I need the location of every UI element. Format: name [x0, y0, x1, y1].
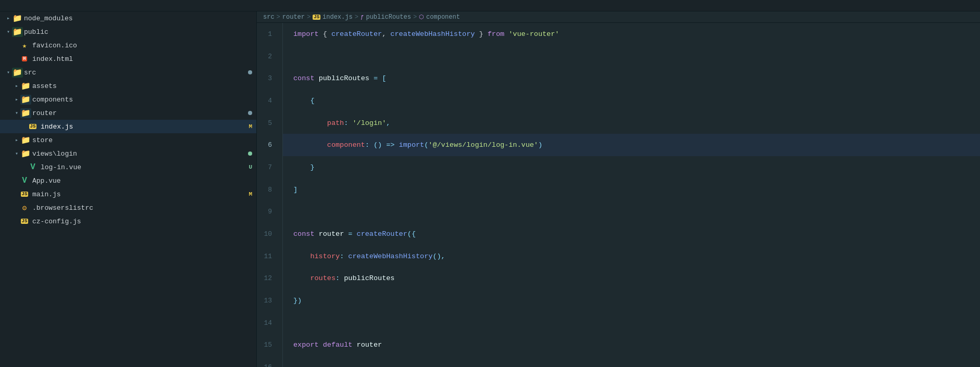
- token: ,: [382, 30, 390, 38]
- token: createWebHashHistory: [390, 30, 475, 38]
- dot-indicator: [248, 151, 252, 156]
- line-content: import { createRouter, createWebHashHist…: [283, 23, 980, 45]
- file-icon: JS: [29, 122, 39, 131]
- token: :: [336, 274, 340, 282]
- sidebar-item-main_js[interactable]: JSmain.jsM: [0, 187, 256, 201]
- code-line: 2: [257, 45, 980, 68]
- token: (): [432, 252, 441, 260]
- line-number: 7: [257, 156, 283, 179]
- breadcrumb-publicRoutes: publicRoutes: [366, 14, 411, 21]
- code-line: 10const router = createRouter({: [257, 223, 980, 245]
- line-number: 2: [257, 45, 283, 68]
- sidebar: 📁node_modules📁public★favicon.icoHindex.h…: [0, 11, 257, 367]
- line-number: 8: [257, 179, 283, 201]
- code-area: 1import { createRouter, createWebHashHis…: [257, 23, 980, 367]
- sidebar-item-src[interactable]: 📁src: [0, 66, 256, 79]
- sep4: >: [413, 14, 417, 21]
- code-line: 6 component: () => import('@/views/login…: [257, 134, 980, 156]
- token: router: [357, 341, 382, 349]
- line-content: history: createWebHashHistory(),: [283, 245, 980, 268]
- token: const: [293, 74, 315, 82]
- line-number: 10: [257, 223, 283, 245]
- breadcrumb-component: component: [426, 14, 460, 21]
- file-badge: M: [249, 191, 252, 197]
- token: ,: [386, 119, 390, 127]
- file-label: log-in.vue: [41, 163, 81, 171]
- token: [504, 30, 508, 38]
- line-content: }: [283, 156, 980, 179]
- sidebar-item-index_html[interactable]: Hindex.html: [0, 52, 256, 66]
- main-layout: 📁node_modules📁public★favicon.icoHindex.h…: [0, 11, 980, 367]
- line-number: 11: [257, 245, 283, 268]
- sidebar-item-assets[interactable]: 📁assets: [0, 79, 256, 93]
- token: [319, 341, 323, 349]
- line-content: path: '/login',: [283, 112, 980, 134]
- file-icon: 📁: [21, 81, 30, 91]
- token: [378, 74, 382, 82]
- sidebar-item-public[interactable]: 📁public: [0, 25, 256, 39]
- chevron-icon: [4, 28, 13, 36]
- top-bar: [0, 0, 980, 11]
- sidebar-item-components[interactable]: 📁components: [0, 93, 256, 106]
- sidebar-item-router[interactable]: 📁router: [0, 106, 256, 120]
- sidebar-item-browserslist[interactable]: ⚙.browserslistrc: [0, 201, 256, 214]
- chevron-icon: [13, 149, 21, 158]
- line-content: component: () => import('@/views/login/l…: [283, 134, 980, 156]
- breadcrumb: src > router > JS index.js > ƒ publicRou…: [257, 11, 980, 23]
- breadcrumb-router: router: [282, 14, 305, 21]
- file-icon: 📁: [13, 27, 22, 36]
- token: [293, 252, 310, 260]
- token: }: [475, 30, 487, 38]
- sidebar-item-views_login[interactable]: 📁views\login: [0, 147, 256, 160]
- token: [293, 119, 327, 127]
- token: 'vue-router': [508, 30, 559, 38]
- sidebar-item-store[interactable]: 📁store: [0, 133, 256, 147]
- token: [293, 274, 310, 282]
- line-number: 9: [257, 201, 283, 223]
- line-content: const publicRoutes = [: [283, 67, 980, 90]
- chevron-icon: [4, 14, 13, 22]
- file-label: components: [32, 96, 73, 104]
- line-number: 12: [257, 268, 283, 290]
- sidebar-item-log_in_vue[interactable]: Vlog-in.vueU: [0, 160, 256, 174]
- code-line: 16: [257, 356, 980, 367]
- code-line: 3const publicRoutes = [: [257, 67, 980, 90]
- line-content: [283, 45, 980, 68]
- token: [369, 141, 374, 149]
- token: [293, 97, 310, 105]
- code-line: 12 routes: publicRoutes: [257, 268, 980, 290]
- file-label: public: [24, 28, 48, 36]
- file-label: main.js: [32, 191, 61, 198]
- sidebar-item-node_modules[interactable]: 📁node_modules: [0, 11, 256, 25]
- token: [315, 74, 319, 82]
- line-content: }): [283, 289, 980, 312]
- token: history: [310, 252, 340, 260]
- file-badge: U: [249, 164, 252, 170]
- code-line: 13}): [257, 289, 980, 312]
- editor-area[interactable]: src > router > JS index.js > ƒ publicRou…: [257, 11, 980, 367]
- token: [394, 141, 399, 149]
- token: default: [323, 341, 353, 349]
- line-number: 16: [257, 356, 283, 367]
- line-number: 3: [257, 67, 283, 90]
- chevron-icon: [13, 109, 21, 117]
- sidebar-item-cz_config[interactable]: JScz-config.js: [0, 214, 256, 228]
- sidebar-item-App_vue[interactable]: VApp.vue: [0, 174, 256, 187]
- token: (): [374, 141, 382, 149]
- code-line: 5 path: '/login',: [257, 112, 980, 134]
- file-icon: 📁: [21, 95, 30, 104]
- chevron-icon: [4, 68, 13, 77]
- token: from: [488, 30, 504, 38]
- file-label: store: [32, 136, 53, 144]
- line-content: [283, 201, 980, 223]
- line-content: {: [283, 90, 980, 112]
- dot-indicator: [248, 111, 252, 115]
- sidebar-item-index_js[interactable]: JSindex.jsM: [0, 120, 256, 133]
- code-line: 11 history: createWebHashHistory(),: [257, 245, 980, 268]
- breadcrumb-src: src: [263, 14, 275, 21]
- sidebar-item-favicon[interactable]: ★favicon.ico: [0, 39, 256, 52]
- token: [293, 163, 310, 171]
- token: publicRoutes: [319, 74, 369, 82]
- file-label: src: [24, 69, 36, 77]
- file-icon: 📁: [21, 135, 30, 145]
